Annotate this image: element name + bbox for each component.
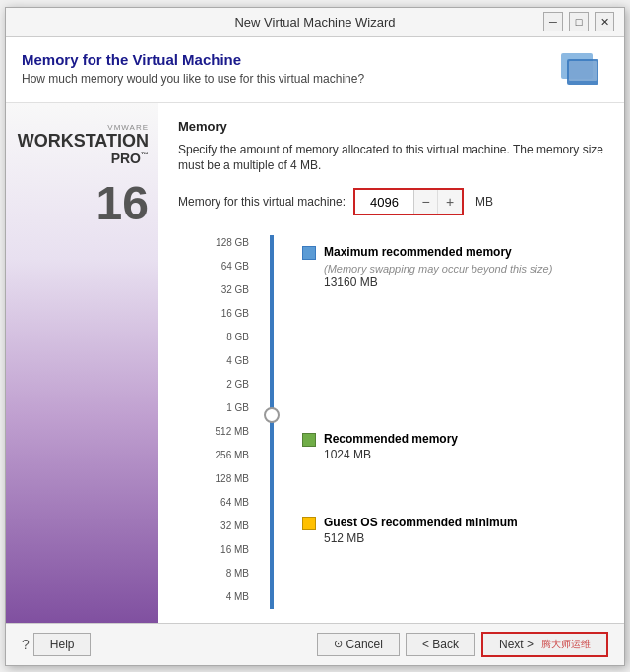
guest-min-memory-value: 512 MB: [324, 531, 518, 545]
scale-1gb: 1 GB: [226, 397, 249, 420]
memory-input-group: − +: [353, 188, 464, 215]
guest-min-memory-icon: [302, 517, 316, 530]
header-text: Memory for the Virtual Machine How much …: [22, 51, 364, 86]
version-number: 16: [96, 176, 149, 230]
next-label: Next >: [499, 638, 534, 651]
scale-512mb: 512 MB: [216, 420, 249, 444]
main-window: New Virtual Machine Wizard ─ □ ✕ Memory …: [5, 7, 625, 666]
title-bar: New Virtual Machine Wizard ─ □ ✕: [6, 8, 624, 37]
pro-text: PRO™: [18, 151, 149, 166]
scale-16gb: 16 GB: [221, 302, 249, 326]
main-content: Memory Specify the amount of memory allo…: [158, 103, 624, 623]
recommended-memory-value: 1024 MB: [324, 448, 458, 461]
svg-rect-2: [569, 61, 597, 81]
memory-label: Memory for this virtual machine:: [178, 195, 346, 209]
guest-min-memory-label: Guest OS recommended minimum: [324, 516, 518, 529]
max-memory-label: Maximum recommended memory: [324, 245, 552, 259]
scale-8gb: 8 GB: [226, 326, 249, 349]
max-memory-note: (Memory swapping may occur beyond this s…: [324, 263, 552, 275]
legend-guest-text: Guest OS recommended minimum 512 MB: [324, 516, 518, 545]
description: Specify the amount of memory allocated t…: [178, 142, 604, 175]
recommended-memory-icon: [302, 433, 316, 447]
scale-32gb: 32 GB: [221, 278, 249, 302]
scale-128gb: 128 GB: [216, 231, 249, 255]
workstation-text: WORKSTATION: [18, 132, 149, 152]
vmware-logo: VMWARE WORKSTATION PRO™: [18, 123, 149, 167]
minimize-button[interactable]: ─: [543, 12, 563, 31]
scale-4gb: 4 GB: [226, 349, 249, 373]
scale-256mb: 256 MB: [216, 444, 249, 467]
cancel-button[interactable]: ⊙ Cancel: [317, 633, 400, 656]
slider-thumb[interactable]: [264, 407, 280, 423]
title-controls: ─ □ ✕: [414, 12, 614, 31]
legend-area: Maximum recommended memory (Memory swapp…: [286, 231, 604, 619]
footer: ? Help ⊙ Cancel < Back Next > 腾大师运维: [6, 623, 624, 665]
watermark-label: 腾大师运维: [541, 638, 591, 651]
recommended-memory-label: Recommended memory: [324, 432, 458, 446]
header-icon: [559, 51, 608, 92]
sidebar: VMWARE WORKSTATION PRO™ 16: [6, 103, 158, 623]
page-title: Memory for the Virtual Machine: [22, 51, 364, 68]
legend-recommended-item: Recommended memory 1024 MB: [302, 432, 458, 461]
mb-unit-label: MB: [475, 195, 493, 209]
memory-decrease-button[interactable]: −: [414, 190, 438, 214]
slider-area: 128 GB 64 GB 32 GB 16 GB 8 GB 4 GB 2 GB …: [178, 231, 604, 619]
scale-labels: 128 GB 64 GB 32 GB 16 GB 8 GB 4 GB 2 GB …: [178, 231, 257, 619]
section-title: Memory: [178, 119, 604, 134]
maximize-button[interactable]: □: [569, 12, 589, 31]
memory-increase-button[interactable]: +: [438, 190, 462, 214]
footer-right: ⊙ Cancel < Back Next > 腾大师运维: [317, 632, 608, 657]
max-memory-value: 13160 MB: [324, 275, 552, 289]
scale-8mb: 8 MB: [226, 562, 249, 585]
memory-input-row: Memory for this virtual machine: − + MB: [178, 188, 604, 215]
scale-2gb: 2 GB: [226, 373, 249, 397]
scale-16mb: 16 MB: [220, 538, 249, 562]
scale-64gb: 64 GB: [221, 255, 249, 278]
legend-recommended-text: Recommended memory 1024 MB: [324, 432, 458, 461]
legend-max-item: Maximum recommended memory (Memory swapp…: [302, 245, 552, 289]
scale-32mb: 32 MB: [220, 515, 249, 538]
content-area: VMWARE WORKSTATION PRO™ 16 Memory Specif…: [6, 103, 624, 623]
scale-128mb: 128 MB: [216, 467, 249, 491]
footer-left: ? Help: [22, 633, 91, 656]
back-button[interactable]: < Back: [406, 633, 475, 656]
header-section: Memory for the Virtual Machine How much …: [6, 37, 624, 103]
slider-track-area: [257, 231, 286, 619]
cancel-icon: ⊙: [334, 638, 343, 650]
help-button[interactable]: Help: [33, 633, 92, 656]
legend-max-text: Maximum recommended memory (Memory swapp…: [324, 245, 552, 289]
vm-icon: [559, 51, 608, 92]
close-button[interactable]: ✕: [595, 12, 614, 31]
page-subtitle: How much memory would you like to use fo…: [22, 72, 364, 86]
window-title: New Virtual Machine Wizard: [216, 15, 415, 30]
max-memory-icon: [302, 246, 316, 260]
scale-4mb: 4 MB: [226, 585, 249, 609]
trademark: ™: [141, 152, 149, 160]
help-icon: ?: [22, 637, 30, 652]
next-button[interactable]: Next > 腾大师运维: [481, 632, 608, 657]
memory-value-input[interactable]: [355, 190, 414, 214]
scale-64mb: 64 MB: [220, 491, 249, 515]
cancel-label: Cancel: [346, 638, 383, 651]
slider-track[interactable]: [270, 235, 274, 609]
legend-guest-item: Guest OS recommended minimum 512 MB: [302, 516, 518, 545]
